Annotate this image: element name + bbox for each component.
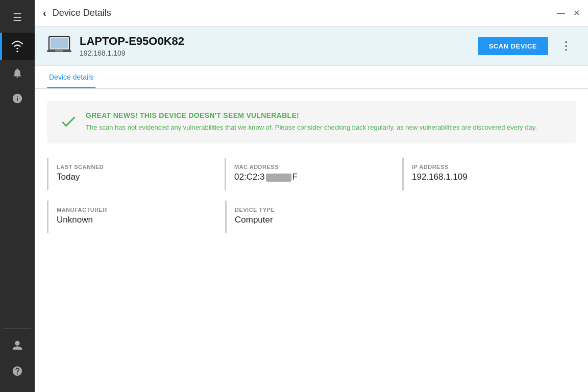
titlebar-title: Device Details	[53, 8, 557, 18]
tab-device-details[interactable]: Device details	[47, 66, 95, 88]
ip-address-label: IP ADDRESS	[412, 164, 568, 170]
last-scanned-value: Today	[57, 172, 212, 182]
scan-device-button[interactable]: SCAN DEVICE	[478, 37, 548, 55]
empty-cell	[403, 201, 576, 233]
sidebar-item-help[interactable]	[0, 358, 35, 384]
sidebar-item-wifi[interactable]	[0, 33, 35, 60]
more-options-button[interactable]: ⋮	[556, 37, 576, 55]
titlebar-controls: — ✕	[557, 9, 580, 17]
alert-title: GREAT NEWS! THIS DEVICE DOESN'T SEEM VUL…	[86, 111, 537, 119]
info-icon	[12, 93, 23, 104]
device-header: LAPTOP-E95O0K82 192.168.1.109 SCAN DEVIC…	[35, 27, 588, 66]
mac-address-cell: MAC ADDRESS 02:C2:3F	[225, 158, 398, 190]
device-type-label: DEVICE TYPE	[235, 207, 391, 213]
sidebar-divider	[4, 328, 31, 329]
detail-row-2: MANUFACTURER Unknown DEVICE TYPE Compute…	[47, 201, 576, 233]
device-info: LAPTOP-E95O0K82 192.168.1.109	[80, 35, 470, 57]
mac-redacted	[266, 174, 291, 182]
row-separator	[47, 190, 576, 201]
back-button[interactable]: ‹	[43, 7, 46, 19]
alert-body: The scan has not evidenced any vulnerabi…	[86, 122, 537, 133]
menu-icon[interactable]: ☰	[8, 6, 27, 29]
ip-address-cell: IP ADDRESS 192.168.1.109	[402, 158, 576, 190]
alert-box: GREAT NEWS! THIS DEVICE DOESN'T SEEM VUL…	[47, 101, 576, 143]
device-name: LAPTOP-E95O0K82	[80, 35, 470, 48]
manufacturer-label: MANUFACTURER	[57, 207, 213, 213]
help-icon	[12, 365, 23, 377]
device-type-value: Computer	[235, 215, 391, 225]
mac-address-label: MAC ADDRESS	[234, 164, 390, 170]
sidebar-item-notifications[interactable]	[0, 60, 35, 86]
close-button[interactable]: ✕	[573, 9, 580, 17]
wifi-icon	[11, 40, 24, 53]
manufacturer-value: Unknown	[57, 215, 213, 225]
mac-prefix: 02:C2:3	[234, 172, 265, 182]
last-scanned-label: LAST SCANNED	[57, 164, 212, 170]
svg-rect-2	[51, 38, 68, 48]
minimize-button[interactable]: —	[557, 9, 565, 17]
detail-row-1: LAST SCANNED Today MAC ADDRESS 02:C2:3F …	[47, 158, 576, 190]
sidebar-item-user[interactable]	[0, 333, 35, 358]
tab-bar: Device details	[35, 66, 588, 89]
user-icon	[12, 340, 23, 351]
check-icon	[59, 112, 78, 133]
ip-address-value: 192.168.1.109	[412, 172, 568, 182]
last-scanned-cell: LAST SCANNED Today	[47, 158, 220, 190]
titlebar: ‹ Device Details — ✕	[35, 0, 588, 27]
sidebar: ☰	[0, 0, 35, 392]
bell-icon	[12, 67, 23, 79]
content-area: GREAT NEWS! THIS DEVICE DOESN'T SEEM VUL…	[35, 89, 588, 246]
sidebar-bottom	[0, 324, 35, 392]
detail-grid: LAST SCANNED Today MAC ADDRESS 02:C2:3F …	[47, 158, 576, 233]
manufacturer-cell: MANUFACTURER Unknown	[47, 201, 221, 233]
sidebar-item-info[interactable]	[0, 86, 35, 111]
alert-text: GREAT NEWS! THIS DEVICE DOESN'T SEEM VUL…	[86, 111, 537, 133]
laptop-icon	[47, 35, 71, 57]
mac-suffix: F	[292, 172, 298, 182]
main-panel: ‹ Device Details — ✕ LAPTOP-E95O0K82 192…	[35, 0, 588, 392]
device-type-cell: DEVICE TYPE Computer	[225, 201, 399, 233]
device-ip: 192.168.1.109	[80, 49, 470, 57]
mac-address-value: 02:C2:3F	[234, 172, 390, 182]
svg-rect-4	[55, 50, 63, 52]
